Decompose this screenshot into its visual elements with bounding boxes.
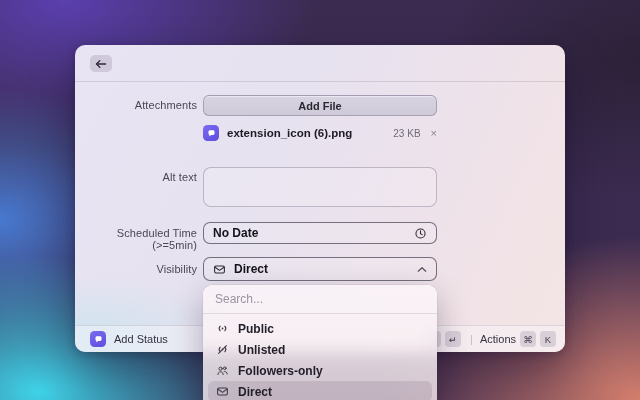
scheduled-time-input[interactable]: No Date (203, 222, 437, 244)
dropdown-option-unlisted[interactable]: Unlisted (208, 339, 432, 360)
window-header (75, 45, 565, 82)
file-name: extension_icon (6).png (227, 127, 393, 139)
enter-key-badge: ↵ (445, 331, 461, 347)
followers-icon (216, 364, 229, 377)
file-size: 23 KB (393, 128, 420, 139)
visibility-select[interactable]: Direct (203, 257, 437, 281)
scheduled-time-value: No Date (213, 226, 258, 240)
envelope-icon (216, 385, 229, 398)
visibility-dropdown: Public Unlisted (203, 285, 437, 400)
desktop-background: Attechments Add File extension_icon (6).… (0, 0, 640, 400)
actions-button[interactable]: Actions (480, 333, 516, 345)
visibility-value: Direct (234, 262, 268, 276)
envelope-icon (213, 263, 226, 276)
option-label: Unlisted (238, 343, 285, 357)
broadcast-off-icon (216, 343, 229, 356)
option-label: Public (238, 322, 274, 336)
attached-file-row: extension_icon (6).png 23 KB × (203, 123, 437, 143)
app-icon (90, 331, 106, 347)
dropdown-option-list: Public Unlisted (203, 314, 437, 400)
add-status-button[interactable]: Add Status (114, 333, 168, 345)
k-key-badge: K (540, 331, 556, 347)
clock-icon (414, 227, 427, 240)
add-file-button[interactable]: Add File (203, 95, 437, 116)
broadcast-icon (216, 322, 229, 335)
dropdown-option-followers-only[interactable]: Followers-only (208, 360, 432, 381)
remove-file-icon[interactable]: × (431, 128, 437, 139)
scheduled-time-label: Scheduled Time (>=5min) (75, 227, 197, 251)
alt-text-label: Alt text (75, 171, 197, 183)
option-label: Followers-only (238, 364, 323, 378)
option-label: Direct (238, 385, 272, 399)
attachments-label: Attechments (75, 99, 197, 111)
visibility-label: Visibility (75, 263, 197, 275)
footer-divider: | (470, 333, 473, 345)
alt-text-input[interactable] (203, 167, 437, 207)
dropdown-search-input[interactable] (203, 285, 437, 314)
add-file-button-label: Add File (298, 100, 341, 112)
arrow-left-icon (95, 59, 107, 69)
back-button[interactable] (90, 55, 112, 72)
dropdown-option-public[interactable]: Public (208, 318, 432, 339)
file-thumbnail-icon (203, 125, 219, 141)
chevron-up-icon (417, 266, 427, 273)
cmd-key-badge: ⌘ (520, 331, 536, 347)
dropdown-option-direct[interactable]: Direct (208, 381, 432, 400)
